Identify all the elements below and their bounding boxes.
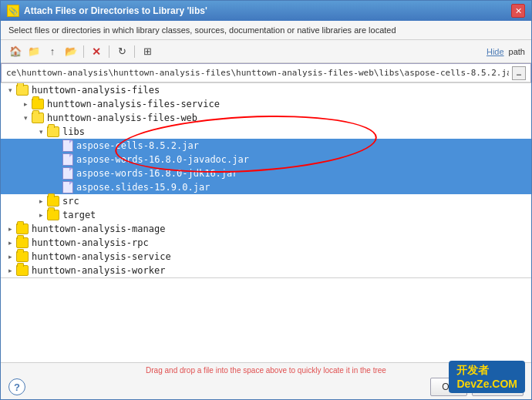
tree-item-label: aspose-words-16.8.0-jdk16.jar — [76, 168, 238, 179]
tree-item-label: aspose.slides-15.9.0.jar — [76, 182, 210, 193]
tree-toggle-14[interactable]: ▸ — [4, 264, 16, 277]
refresh-button[interactable]: ↻ — [113, 43, 130, 60]
tree-item-9[interactable]: ▸src — [1, 194, 531, 208]
tree-item-1[interactable]: ▾hunttown-analysis-files — [1, 83, 531, 97]
tree-container[interactable]: ▾hunttown-analysis-files▸hunttown-analys… — [1, 83, 531, 278]
tree-item-label: aspose-words-16.8.0-javadoc.jar — [76, 154, 249, 165]
tree-item-label: hunttown-analysis-files — [32, 85, 160, 96]
description-bar: Select files or directories in which lib… — [1, 21, 531, 40]
toolbar-right: Hide path — [487, 47, 525, 56]
tree-item-6[interactable]: aspose-words-16.8.0-javadoc.jar — [1, 153, 531, 166]
title-bar: 📎 Attach Files or Directories to Library… — [1, 1, 531, 21]
tree-toggle-4[interactable]: ▾ — [35, 126, 47, 138]
toolbar-separator-2 — [109, 45, 109, 58]
drag-hint-highlight: it — [346, 366, 350, 375]
window-title: Attach Files or Directories to Library '… — [24, 5, 207, 16]
tree-toggle-3[interactable]: ▾ — [19, 112, 32, 124]
path-label: path — [509, 47, 525, 56]
tree-item-label: hunttown-analysis-files-service — [47, 99, 220, 109]
ok-button[interactable]: OK — [430, 378, 466, 396]
new-folder-button[interactable]: 📂 — [62, 43, 79, 60]
tree-item-14[interactable]: ▸hunttown-analysis-worker — [1, 264, 531, 277]
hide-link[interactable]: Hide — [487, 47, 504, 56]
tree-item-label: aspose-cells-8.5.2.jar — [76, 140, 199, 151]
tree-item-5[interactable]: aspose-cells-8.5.2.jar — [1, 139, 531, 153]
delete-button[interactable]: ✕ — [88, 43, 105, 60]
folder-icon — [16, 251, 29, 262]
path-input[interactable] — [6, 68, 509, 78]
tree-item-10[interactable]: ▸target — [1, 208, 531, 222]
file-icon — [62, 139, 73, 152]
folder-icon — [47, 196, 59, 207]
tree-item-13[interactable]: ▸hunttown-analysis-service — [1, 250, 531, 264]
toolbar-separator-1 — [83, 45, 84, 58]
tree-toggle-10[interactable]: ▸ — [35, 209, 47, 221]
folder-icon — [16, 85, 29, 96]
folder-icon — [32, 99, 44, 109]
path-bar: … — [1, 63, 531, 83]
folder-icon — [47, 126, 59, 137]
tree-wrapper: ▾hunttown-analysis-files▸hunttown-analys… — [1, 83, 531, 362]
window-icon: 📎 — [7, 5, 19, 17]
columns-button[interactable]: ⊞ — [139, 43, 156, 60]
tree-item-label: src — [62, 196, 79, 207]
tree-toggle-13[interactable]: ▸ — [4, 250, 16, 263]
folder-icon — [16, 237, 29, 248]
tree-toggle-11[interactable]: ▸ — [4, 223, 16, 235]
tree-item-3[interactable]: ▾hunttown-analysis-files-web — [1, 111, 531, 125]
main-window: 📎 Attach Files or Directories to Library… — [0, 0, 532, 400]
bottom-buttons: ? OK Cancel — [8, 378, 524, 396]
folder-icon — [47, 210, 59, 220]
tree-item-7[interactable]: aspose-words-16.8.0-jdk16.jar — [1, 166, 531, 180]
tree-item-12[interactable]: ▸hunttown-analysis-rpc — [1, 236, 531, 250]
drag-hint-text-1: Drag and drop a file into the space abov… — [146, 366, 344, 375]
file-icon — [62, 167, 73, 180]
description-text: Select files or directories in which lib… — [8, 25, 396, 35]
folder-button[interactable]: 📁 — [25, 43, 42, 60]
tree-item-label: target — [62, 210, 96, 220]
drag-hint-text-2: in the tree — [352, 366, 386, 375]
browse-button[interactable]: … — [512, 66, 526, 80]
bottom-bar: Drag and drop a file into the space abov… — [1, 362, 531, 399]
file-icon — [62, 153, 73, 166]
folder-icon — [16, 265, 29, 276]
home-button[interactable]: 🏠 — [7, 43, 24, 60]
tree-item-4[interactable]: ▾libs — [1, 125, 531, 139]
close-button[interactable]: ✕ — [511, 4, 525, 18]
tree-item-11[interactable]: ▸hunttown-analysis-manage — [1, 222, 531, 236]
cancel-button[interactable]: Cancel — [472, 378, 524, 396]
title-bar-left: 📎 Attach Files or Directories to Library… — [7, 5, 207, 17]
toolbar: 🏠 📁 ↑ 📂 ✕ ↻ ⊞ Hide path — [1, 40, 531, 63]
tree-item-label: hunttown-analysis-files-web — [47, 113, 197, 123]
drag-hint: Drag and drop a file into the space abov… — [8, 366, 524, 375]
tree-item-label: libs — [62, 126, 85, 137]
toolbar-left: 🏠 📁 ↑ 📂 ✕ ↻ ⊞ — [7, 43, 156, 60]
tree-toggle-12[interactable]: ▸ — [4, 237, 16, 249]
tree-item-2[interactable]: ▸hunttown-analysis-files-service — [1, 97, 531, 111]
tree-item-label: hunttown-analysis-rpc — [32, 237, 149, 248]
tree-item-label: hunttown-analysis-manage — [32, 224, 165, 234]
folder-icon — [32, 113, 44, 123]
help-button[interactable]: ? — [8, 378, 25, 395]
tree-item-8[interactable]: aspose.slides-15.9.0.jar — [1, 180, 531, 194]
tree-toggle-9[interactable]: ▸ — [35, 195, 47, 207]
tree-toggle-2[interactable]: ▸ — [19, 98, 32, 110]
tree-item-label: hunttown-analysis-worker — [32, 265, 165, 276]
file-icon — [62, 181, 73, 193]
tree-item-label: hunttown-analysis-service — [32, 251, 171, 262]
up-button[interactable]: ↑ — [44, 43, 61, 60]
folder-icon — [16, 224, 29, 234]
tree-toggle-1[interactable]: ▾ — [4, 84, 16, 96]
toolbar-separator-3 — [134, 45, 135, 58]
